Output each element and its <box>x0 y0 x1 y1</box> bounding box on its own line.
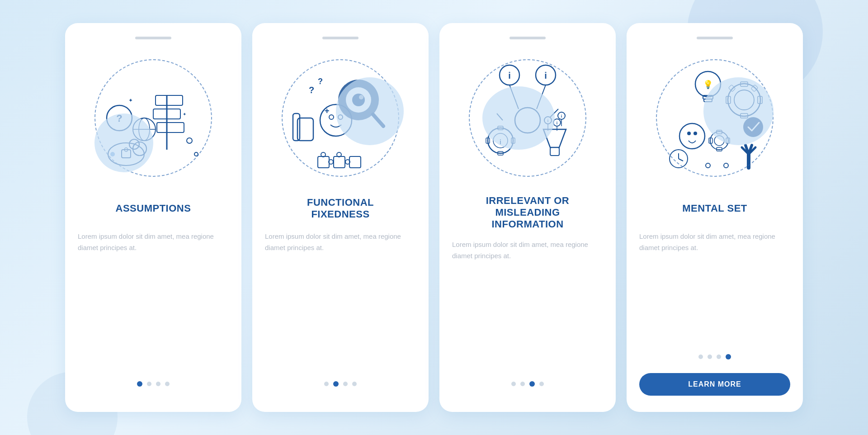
blob-4 <box>703 77 774 145</box>
dot-1 <box>137 381 142 387</box>
card-title-assumptions: ASSUMPTIONS <box>116 195 191 222</box>
card-notch-1 <box>135 37 171 39</box>
illustration-mental-set: 💡 <box>647 50 783 186</box>
pagination-mental-set <box>698 354 731 359</box>
dot-3 <box>343 382 348 386</box>
card-title-mental-set: MENTAL SET <box>682 195 747 222</box>
dot-4 <box>352 382 357 386</box>
card-notch-2 <box>322 37 359 39</box>
illustration-irrelevant: i i i <box>460 50 595 186</box>
pagination-functional <box>324 381 357 387</box>
cards-container: ? ✦ ✦ <box>47 5 821 430</box>
card-title-functional: FUNCTIONAL FIXEDNESS <box>307 195 374 222</box>
card-desc-functional: Lorem ipsum dolor sit dim amet, mea regi… <box>265 231 416 368</box>
dot-2 <box>147 382 151 386</box>
learn-more-button[interactable]: LEARN MORE <box>639 373 790 396</box>
dot-3 <box>529 381 535 387</box>
pagination-assumptions <box>137 381 170 387</box>
illustration-functional: ? ? + <box>273 50 408 186</box>
dot-1 <box>324 382 329 386</box>
dot-4 <box>165 382 170 386</box>
dot-2 <box>333 381 339 387</box>
card-desc-irrelevant: Lorem ipsum dolor sit dim amet, mea regi… <box>452 239 603 368</box>
blob <box>94 113 153 172</box>
dot-3 <box>156 382 160 386</box>
blob-2 <box>336 77 404 145</box>
card-assumptions: ? ✦ ✦ <box>65 23 241 412</box>
card-irrelevant-info: i i i <box>439 23 616 412</box>
card-notch-3 <box>509 37 546 39</box>
dot-4 <box>726 354 731 359</box>
blob-3 <box>482 86 555 150</box>
dot-1 <box>698 355 703 359</box>
card-desc-assumptions: Lorem ipsum dolor sit dim amet, mea regi… <box>78 231 229 368</box>
card-desc-mental-set: Lorem ipsum dolor sit dim amet, mea regi… <box>639 231 790 340</box>
dot-3 <box>717 355 721 359</box>
card-functional-fixedness: ? ? + FUNCTIONAL FIXEDNESS Lorem ipsum d… <box>252 23 429 412</box>
card-notch-4 <box>697 37 733 39</box>
dot-2 <box>708 355 712 359</box>
dot-4 <box>539 382 544 386</box>
card-title-irrelevant: IRRELEVANT OR MISLEADING INFORMATION <box>486 195 570 230</box>
card-mental-set: 💡 <box>627 23 803 412</box>
dot-2 <box>520 382 525 386</box>
illustration-assumptions: ? ✦ ✦ <box>85 50 221 186</box>
dot-1 <box>511 382 516 386</box>
pagination-irrelevant <box>511 381 544 387</box>
